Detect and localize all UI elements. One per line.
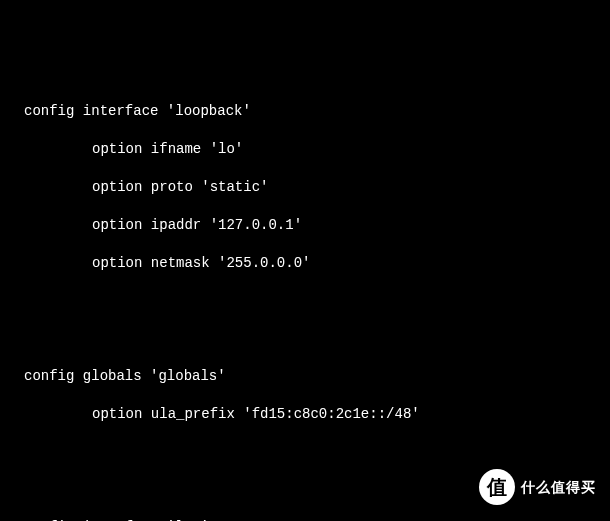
keyword-option: option: [92, 141, 142, 157]
option-key: ula_prefix: [151, 406, 235, 422]
keyword-config: config: [24, 103, 74, 119]
option-key: ipaddr: [151, 217, 201, 233]
blank-line: [24, 442, 610, 461]
option-line: option ipaddr '127.0.0.1': [24, 216, 610, 235]
section-name: 'globals': [150, 368, 226, 384]
config-line: config globals 'globals': [24, 367, 610, 386]
keyword-option: option: [92, 255, 142, 271]
blank-line: [24, 291, 610, 310]
option-value: 'fd15:c8c0:2c1e::/48': [243, 406, 419, 422]
section-type: globals: [83, 368, 142, 384]
option-key: netmask: [151, 255, 210, 271]
watermark-text: 什么值得买: [521, 478, 596, 497]
option-value: '255.0.0.0': [218, 255, 310, 271]
option-key: ifname: [151, 141, 201, 157]
option-value: '127.0.0.1': [210, 217, 302, 233]
section-type: interface: [83, 103, 159, 119]
option-value: 'static': [201, 179, 268, 195]
option-value: 'lo': [210, 141, 244, 157]
option-line: option ula_prefix 'fd15:c8c0:2c1e::/48': [24, 405, 610, 424]
option-line: option proto 'static': [24, 178, 610, 197]
keyword-config: config: [24, 368, 74, 384]
section-name: 'loopback': [167, 103, 251, 119]
keyword-option: option: [92, 217, 142, 233]
keyword-option: option: [92, 179, 142, 195]
config-line: config interface 'loopback': [24, 102, 610, 121]
watermark: 值 什么值得买: [479, 469, 596, 505]
option-line: option ifname 'lo': [24, 140, 610, 159]
option-key: proto: [151, 179, 193, 195]
keyword-option: option: [92, 406, 142, 422]
option-line: option netmask '255.0.0.0': [24, 254, 610, 273]
watermark-badge-icon: 值: [479, 469, 515, 505]
